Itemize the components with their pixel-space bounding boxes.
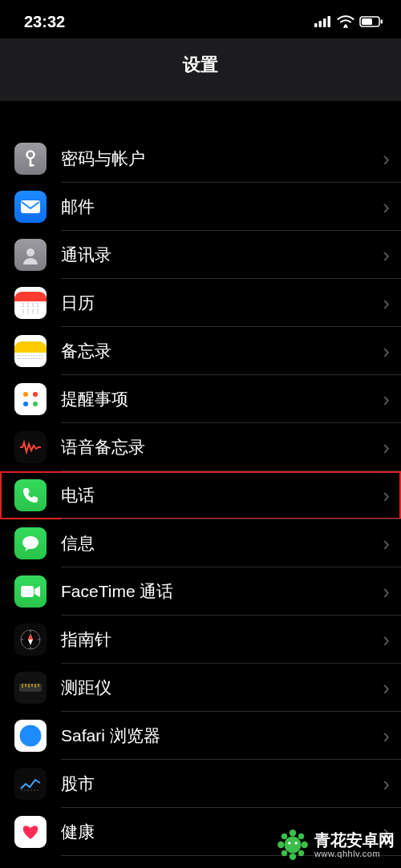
notes-icon <box>14 335 47 367</box>
health-icon <box>14 816 47 848</box>
row-label: FaceTime 通话 <box>61 580 383 603</box>
row-label: 股市 <box>61 773 383 795</box>
row-stocks[interactable]: 股市 › <box>14 760 401 808</box>
chevron-right-icon: › <box>383 676 390 700</box>
settings-list[interactable]: 密码与帐户 › 邮件 › 通讯录 › ⋮⋮⋮⋮⋮⋮⋮⋮ 日历 › 备忘录 › 提… <box>0 135 401 856</box>
watermark-logo-icon <box>276 828 310 862</box>
row-voicememo[interactable]: 语音备忘录 › <box>14 423 401 471</box>
watermark-url: www.qhhlv.com <box>314 849 395 858</box>
status-indicators <box>314 15 383 28</box>
svg-point-35 <box>290 854 296 860</box>
svg-point-37 <box>302 842 308 848</box>
chevron-right-icon: › <box>383 724 390 749</box>
svg-point-40 <box>282 850 287 856</box>
row-compass[interactable]: 指南针 › <box>14 616 401 664</box>
clock: 23:32 <box>24 13 65 31</box>
row-label: 测距仪 <box>61 676 383 699</box>
svg-point-34 <box>290 830 296 836</box>
chevron-right-icon: › <box>383 339 390 364</box>
row-measure[interactable]: 测距仪 › <box>14 664 401 712</box>
chevron-right-icon: › <box>383 195 390 220</box>
svg-point-13 <box>23 392 28 397</box>
row-phone[interactable]: 电话 › <box>0 471 401 519</box>
row-safari[interactable]: Safari 浏览器 › <box>14 712 401 760</box>
facetime-icon <box>14 575 47 608</box>
row-label: 备忘录 <box>61 340 383 362</box>
row-contacts[interactable]: 通讯录 › <box>14 231 401 279</box>
status-bar: 23:32 <box>0 0 401 38</box>
chevron-right-icon: › <box>383 291 390 316</box>
svg-point-42 <box>288 842 290 844</box>
row-messages[interactable]: 信息 › <box>14 519 401 567</box>
svg-rect-10 <box>30 164 34 166</box>
svg-point-33 <box>285 837 302 854</box>
key-icon <box>14 143 47 175</box>
row-calendar[interactable]: ⋮⋮⋮⋮⋮⋮⋮⋮ 日历 › <box>14 279 401 327</box>
row-notes[interactable]: 备忘录 › <box>14 327 401 375</box>
row-label: 密码与帐户 <box>61 147 383 170</box>
svg-point-8 <box>27 151 34 159</box>
svg-rect-2 <box>323 18 326 27</box>
svg-rect-7 <box>381 20 383 24</box>
chevron-right-icon: › <box>383 243 390 268</box>
svg-rect-11 <box>21 200 40 213</box>
contacts-icon <box>14 239 47 271</box>
row-label: 指南针 <box>61 628 383 651</box>
svg-point-16 <box>33 402 38 406</box>
watermark: 青花安卓网 www.qhhlv.com <box>276 828 395 862</box>
svg-rect-6 <box>362 18 372 25</box>
row-label: Safari 浏览器 <box>61 725 383 747</box>
chevron-right-icon: › <box>383 772 390 797</box>
row-label: 邮件 <box>61 196 383 218</box>
row-mail[interactable]: 邮件 › <box>14 183 401 231</box>
messages-icon <box>14 527 47 559</box>
row-label: 通讯录 <box>61 244 383 266</box>
safari-icon <box>14 720 47 752</box>
row-reminders[interactable]: 提醒事项 › <box>14 375 401 423</box>
svg-point-36 <box>277 842 284 848</box>
chevron-right-icon: › <box>383 579 390 604</box>
phone-icon <box>14 479 47 511</box>
svg-point-41 <box>298 850 304 856</box>
svg-point-15 <box>33 392 38 397</box>
section-spacer <box>0 101 401 135</box>
row-label: 电话 <box>61 484 383 507</box>
voicememo-icon <box>14 431 47 463</box>
row-label: 语音备忘录 <box>61 436 383 458</box>
svg-point-4 <box>344 24 347 27</box>
svg-rect-1 <box>319 21 322 27</box>
measure-icon <box>14 672 47 704</box>
row-facetime[interactable]: FaceTime 通话 › <box>14 567 401 616</box>
svg-point-43 <box>295 842 298 844</box>
wifi-icon <box>337 15 354 28</box>
chevron-right-icon: › <box>383 531 390 556</box>
svg-rect-18 <box>21 586 34 597</box>
svg-rect-0 <box>314 23 318 27</box>
stocks-icon <box>14 768 47 800</box>
signal-icon <box>314 16 332 27</box>
page-title: 设置 <box>0 38 401 101</box>
chevron-right-icon: › <box>383 435 390 460</box>
chevron-right-icon: › <box>383 628 390 652</box>
row-label: 信息 <box>61 532 383 555</box>
svg-point-12 <box>26 248 34 256</box>
calendar-icon: ⋮⋮⋮⋮⋮⋮⋮⋮ <box>14 287 47 319</box>
chevron-right-icon: › <box>383 387 390 412</box>
svg-point-39 <box>298 834 304 839</box>
reminders-icon <box>14 383 47 415</box>
chevron-right-icon: › <box>383 483 390 508</box>
svg-point-38 <box>282 834 287 839</box>
svg-point-14 <box>23 402 28 406</box>
chevron-right-icon: › <box>383 147 390 172</box>
mail-icon <box>14 191 47 223</box>
watermark-brand: 青花安卓网 <box>314 832 395 849</box>
row-label: 日历 <box>61 292 383 314</box>
row-label: 提醒事项 <box>61 388 383 410</box>
compass-icon <box>14 624 47 656</box>
row-passwords[interactable]: 密码与帐户 › <box>14 135 401 183</box>
svg-point-17 <box>22 536 38 549</box>
battery-icon <box>359 16 383 27</box>
svg-rect-3 <box>328 16 331 27</box>
